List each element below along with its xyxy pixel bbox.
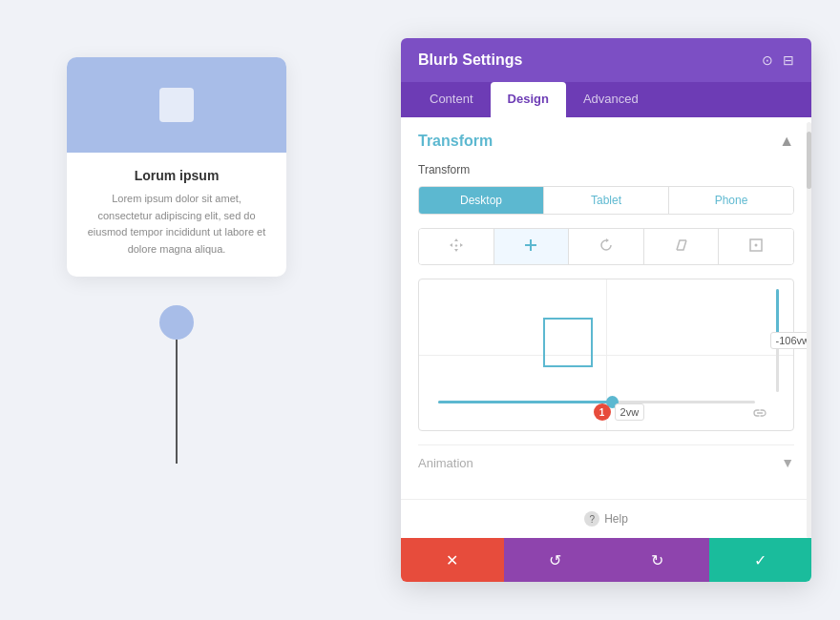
animation-toggle[interactable]: ▼: [781, 455, 794, 470]
panel-content: Transform ▲ Transform Desktop Tablet Pho…: [401, 117, 811, 499]
transform-icons: [418, 228, 794, 265]
card-body: Lorum ipsum Lorem ipsum dolor sit amet, …: [67, 153, 286, 277]
preview-area: Lorum ipsum Lorem ipsum dolor sit amet, …: [0, 0, 353, 620]
transform-skew-icon[interactable]: [644, 229, 720, 264]
blurb-card: Lorum ipsum Lorem ipsum dolor sit amet, …: [67, 57, 286, 277]
panel-actions: ✕ ↺ ↻ ✓: [401, 538, 811, 582]
animation-header: Animation ▼: [418, 444, 794, 480]
transform-rotate-icon[interactable]: [569, 229, 644, 264]
device-tab-tablet[interactable]: Tablet: [544, 187, 669, 214]
save-button[interactable]: ✓: [709, 538, 812, 582]
panel-scrollbar[interactable]: [807, 122, 811, 538]
badge-1: 1: [594, 403, 611, 421]
transform-title: Transform: [418, 133, 493, 150]
panel-title: Blurb Settings: [418, 52, 522, 69]
canvas-link-icon[interactable]: [753, 406, 766, 423]
panel-header: Blurb Settings ⊙ ⊟: [401, 38, 811, 82]
cancel-button[interactable]: ✕: [401, 538, 504, 582]
device-tabs: Desktop Tablet Phone: [418, 186, 794, 215]
panel-icon-1[interactable]: ⊙: [762, 52, 773, 68]
device-tab-desktop[interactable]: Desktop: [419, 187, 544, 214]
device-tab-phone[interactable]: Phone: [669, 187, 793, 214]
transform-section-header: Transform ▲: [418, 133, 794, 150]
tab-content[interactable]: Content: [412, 82, 491, 117]
transform-canvas[interactable]: 1 2vw -106vw 2: [418, 279, 794, 431]
save-icon: ✓: [754, 551, 766, 569]
undo-icon: ↺: [549, 551, 561, 569]
curved-line: [148, 340, 205, 464]
card-image-icon: [159, 88, 194, 122]
help-link[interactable]: ? Help: [412, 511, 800, 527]
h-slider-track: 1 2vw: [438, 401, 755, 403]
transform-origin-icon[interactable]: [719, 229, 793, 264]
panel-scrollbar-thumb: [807, 132, 811, 189]
help-label: Help: [604, 512, 628, 526]
card-title: Lorum ipsum: [84, 168, 269, 183]
transform-add-icon[interactable]: [494, 229, 570, 264]
card-body-text: Lorem ipsum dolor sit amet, consectetur …: [84, 191, 269, 258]
transform-label: Transform: [418, 163, 794, 176]
value-badge-2-container: -106vw 2: [770, 332, 811, 349]
value-1-text: 2vw: [615, 403, 645, 421]
svg-point-1: [755, 244, 758, 247]
h-slider-fill: [438, 401, 613, 403]
undo-button[interactable]: ↺: [504, 538, 607, 582]
transform-move-icon[interactable]: [419, 229, 494, 264]
settings-panel: Blurb Settings ⊙ ⊟ Content Design Advanc…: [401, 38, 811, 582]
redo-button[interactable]: ↻: [606, 538, 709, 582]
panel-tabs: Content Design Advanced: [401, 82, 811, 117]
panel-icon-2[interactable]: ⊟: [783, 52, 794, 68]
preview-ball: [159, 305, 194, 340]
value-2-text: -106vw: [770, 332, 811, 349]
ball-line: [148, 305, 205, 464]
animation-title: Animation: [418, 456, 473, 470]
cancel-icon: ✕: [446, 551, 458, 569]
card-image: [67, 57, 286, 153]
value-badge-1-container: 1 2vw: [594, 403, 645, 421]
tab-design[interactable]: Design: [491, 82, 566, 117]
redo-icon: ↻: [651, 551, 663, 569]
panel-help: ? Help: [401, 499, 811, 538]
panel-header-icons: ⊙ ⊟: [762, 52, 794, 68]
v-slider-track: -106vw 2: [776, 289, 779, 392]
animation-section: Animation ▼: [418, 444, 794, 480]
tab-advanced[interactable]: Advanced: [566, 82, 656, 117]
transform-toggle[interactable]: ▲: [779, 133, 794, 150]
help-icon: ?: [584, 511, 599, 527]
canvas-element[interactable]: [543, 318, 593, 367]
